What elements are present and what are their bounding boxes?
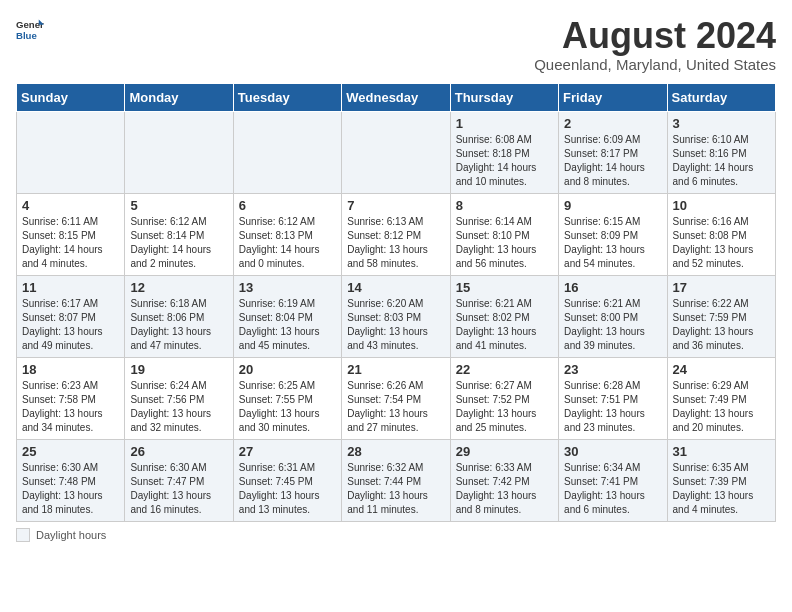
day-header-saturday: Saturday (667, 83, 775, 111)
cell-info: Sunrise: 6:24 AM Sunset: 7:56 PM Dayligh… (130, 379, 227, 435)
table-row: 21Sunrise: 6:26 AM Sunset: 7:54 PM Dayli… (342, 357, 450, 439)
day-number: 30 (564, 444, 661, 459)
day-number: 7 (347, 198, 444, 213)
cell-info: Sunrise: 6:25 AM Sunset: 7:55 PM Dayligh… (239, 379, 336, 435)
cell-info: Sunrise: 6:11 AM Sunset: 8:15 PM Dayligh… (22, 215, 119, 271)
table-row: 23Sunrise: 6:28 AM Sunset: 7:51 PM Dayli… (559, 357, 667, 439)
day-header-friday: Friday (559, 83, 667, 111)
cell-info: Sunrise: 6:15 AM Sunset: 8:09 PM Dayligh… (564, 215, 661, 271)
table-row: 28Sunrise: 6:32 AM Sunset: 7:44 PM Dayli… (342, 439, 450, 521)
cell-info: Sunrise: 6:20 AM Sunset: 8:03 PM Dayligh… (347, 297, 444, 353)
month-year: August 2024 (534, 16, 776, 56)
cell-info: Sunrise: 6:29 AM Sunset: 7:49 PM Dayligh… (673, 379, 770, 435)
table-row (125, 111, 233, 193)
cell-info: Sunrise: 6:18 AM Sunset: 8:06 PM Dayligh… (130, 297, 227, 353)
day-number: 16 (564, 280, 661, 295)
table-row: 22Sunrise: 6:27 AM Sunset: 7:52 PM Dayli… (450, 357, 558, 439)
cell-info: Sunrise: 6:16 AM Sunset: 8:08 PM Dayligh… (673, 215, 770, 271)
cell-info: Sunrise: 6:10 AM Sunset: 8:16 PM Dayligh… (673, 133, 770, 189)
day-number: 31 (673, 444, 770, 459)
day-number: 6 (239, 198, 336, 213)
cell-info: Sunrise: 6:33 AM Sunset: 7:42 PM Dayligh… (456, 461, 553, 517)
table-row: 10Sunrise: 6:16 AM Sunset: 8:08 PM Dayli… (667, 193, 775, 275)
day-number: 3 (673, 116, 770, 131)
day-number: 8 (456, 198, 553, 213)
header: General Blue August 2024 Queenland, Mary… (16, 16, 776, 73)
title-area: August 2024 Queenland, Maryland, United … (534, 16, 776, 73)
day-header-tuesday: Tuesday (233, 83, 341, 111)
table-row (17, 111, 125, 193)
day-number: 19 (130, 362, 227, 377)
cell-info: Sunrise: 6:12 AM Sunset: 8:13 PM Dayligh… (239, 215, 336, 271)
svg-text:Blue: Blue (16, 30, 37, 41)
day-number: 11 (22, 280, 119, 295)
table-row: 2Sunrise: 6:09 AM Sunset: 8:17 PM Daylig… (559, 111, 667, 193)
cell-info: Sunrise: 6:13 AM Sunset: 8:12 PM Dayligh… (347, 215, 444, 271)
calendar-table: SundayMondayTuesdayWednesdayThursdayFrid… (16, 83, 776, 522)
table-row: 9Sunrise: 6:15 AM Sunset: 8:09 PM Daylig… (559, 193, 667, 275)
day-number: 17 (673, 280, 770, 295)
cell-info: Sunrise: 6:30 AM Sunset: 7:48 PM Dayligh… (22, 461, 119, 517)
cell-info: Sunrise: 6:31 AM Sunset: 7:45 PM Dayligh… (239, 461, 336, 517)
table-row: 7Sunrise: 6:13 AM Sunset: 8:12 PM Daylig… (342, 193, 450, 275)
day-number: 2 (564, 116, 661, 131)
day-header-thursday: Thursday (450, 83, 558, 111)
day-number: 29 (456, 444, 553, 459)
table-row: 14Sunrise: 6:20 AM Sunset: 8:03 PM Dayli… (342, 275, 450, 357)
table-row: 3Sunrise: 6:10 AM Sunset: 8:16 PM Daylig… (667, 111, 775, 193)
cell-info: Sunrise: 6:34 AM Sunset: 7:41 PM Dayligh… (564, 461, 661, 517)
cell-info: Sunrise: 6:35 AM Sunset: 7:39 PM Dayligh… (673, 461, 770, 517)
footer-legend: Daylight hours (16, 528, 776, 542)
cell-info: Sunrise: 6:28 AM Sunset: 7:51 PM Dayligh… (564, 379, 661, 435)
logo: General Blue (16, 16, 44, 44)
cell-info: Sunrise: 6:08 AM Sunset: 8:18 PM Dayligh… (456, 133, 553, 189)
table-row: 27Sunrise: 6:31 AM Sunset: 7:45 PM Dayli… (233, 439, 341, 521)
location: Queenland, Maryland, United States (534, 56, 776, 73)
table-row: 18Sunrise: 6:23 AM Sunset: 7:58 PM Dayli… (17, 357, 125, 439)
table-row: 12Sunrise: 6:18 AM Sunset: 8:06 PM Dayli… (125, 275, 233, 357)
day-number: 5 (130, 198, 227, 213)
table-row (233, 111, 341, 193)
day-number: 1 (456, 116, 553, 131)
legend-label: Daylight hours (36, 529, 106, 541)
table-row: 1Sunrise: 6:08 AM Sunset: 8:18 PM Daylig… (450, 111, 558, 193)
table-row: 16Sunrise: 6:21 AM Sunset: 8:00 PM Dayli… (559, 275, 667, 357)
cell-info: Sunrise: 6:14 AM Sunset: 8:10 PM Dayligh… (456, 215, 553, 271)
cell-info: Sunrise: 6:22 AM Sunset: 7:59 PM Dayligh… (673, 297, 770, 353)
day-number: 9 (564, 198, 661, 213)
day-number: 14 (347, 280, 444, 295)
day-number: 24 (673, 362, 770, 377)
table-row: 19Sunrise: 6:24 AM Sunset: 7:56 PM Dayli… (125, 357, 233, 439)
cell-info: Sunrise: 6:23 AM Sunset: 7:58 PM Dayligh… (22, 379, 119, 435)
table-row: 25Sunrise: 6:30 AM Sunset: 7:48 PM Dayli… (17, 439, 125, 521)
table-row: 26Sunrise: 6:30 AM Sunset: 7:47 PM Dayli… (125, 439, 233, 521)
day-number: 23 (564, 362, 661, 377)
cell-info: Sunrise: 6:21 AM Sunset: 8:00 PM Dayligh… (564, 297, 661, 353)
day-number: 22 (456, 362, 553, 377)
day-number: 12 (130, 280, 227, 295)
cell-info: Sunrise: 6:32 AM Sunset: 7:44 PM Dayligh… (347, 461, 444, 517)
legend-box (16, 528, 30, 542)
day-number: 25 (22, 444, 119, 459)
day-number: 15 (456, 280, 553, 295)
day-number: 20 (239, 362, 336, 377)
day-number: 13 (239, 280, 336, 295)
day-number: 10 (673, 198, 770, 213)
cell-info: Sunrise: 6:21 AM Sunset: 8:02 PM Dayligh… (456, 297, 553, 353)
day-header-wednesday: Wednesday (342, 83, 450, 111)
cell-info: Sunrise: 6:17 AM Sunset: 8:07 PM Dayligh… (22, 297, 119, 353)
day-number: 26 (130, 444, 227, 459)
cell-info: Sunrise: 6:30 AM Sunset: 7:47 PM Dayligh… (130, 461, 227, 517)
cell-info: Sunrise: 6:09 AM Sunset: 8:17 PM Dayligh… (564, 133, 661, 189)
table-row: 30Sunrise: 6:34 AM Sunset: 7:41 PM Dayli… (559, 439, 667, 521)
day-header-monday: Monday (125, 83, 233, 111)
cell-info: Sunrise: 6:27 AM Sunset: 7:52 PM Dayligh… (456, 379, 553, 435)
logo-icon: General Blue (16, 16, 44, 44)
day-header-sunday: Sunday (17, 83, 125, 111)
cell-info: Sunrise: 6:26 AM Sunset: 7:54 PM Dayligh… (347, 379, 444, 435)
table-row (342, 111, 450, 193)
day-number: 27 (239, 444, 336, 459)
table-row: 13Sunrise: 6:19 AM Sunset: 8:04 PM Dayli… (233, 275, 341, 357)
table-row: 11Sunrise: 6:17 AM Sunset: 8:07 PM Dayli… (17, 275, 125, 357)
table-row: 15Sunrise: 6:21 AM Sunset: 8:02 PM Dayli… (450, 275, 558, 357)
